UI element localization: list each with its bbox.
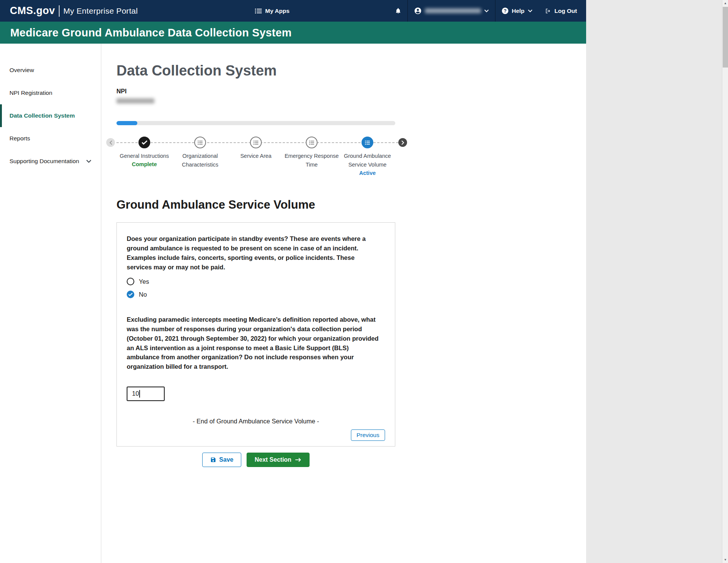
step-list-icon bbox=[306, 137, 318, 148]
form-actions: Save Next Section bbox=[116, 453, 395, 482]
list-icon bbox=[255, 8, 262, 14]
notifications-button[interactable] bbox=[389, 0, 407, 22]
responses-input-value: 10 bbox=[132, 390, 139, 397]
radio-option-yes[interactable]: Yes bbox=[127, 278, 385, 285]
npi-value-redacted bbox=[116, 98, 154, 104]
app-banner: Medicare Ground Ambulance Data Collectio… bbox=[0, 22, 586, 44]
scrollbar-up-arrow[interactable]: ▲ bbox=[722, 0, 728, 6]
step-label: Organizational Characteristics bbox=[172, 152, 228, 169]
scrollbar-thumb[interactable] bbox=[723, 7, 728, 68]
sidebar-item-label: Reports bbox=[9, 135, 30, 142]
help-label: Help bbox=[512, 8, 525, 14]
step-complete-check-icon bbox=[138, 137, 150, 148]
text-caret bbox=[139, 390, 140, 398]
window-background bbox=[586, 0, 722, 563]
radio-label: No bbox=[139, 291, 147, 298]
svg-text:?: ? bbox=[504, 8, 507, 14]
step-list-icon-active bbox=[362, 137, 373, 148]
save-button-label: Save bbox=[219, 456, 233, 463]
user-menu[interactable] bbox=[408, 0, 495, 22]
sidebar-item-label: Supporting Documentation bbox=[9, 158, 79, 165]
progress-fill bbox=[116, 121, 137, 125]
radio-unchecked-icon[interactable] bbox=[127, 278, 134, 285]
user-icon bbox=[414, 7, 422, 15]
step-label: Service Area bbox=[228, 152, 284, 160]
help-menu[interactable]: ? Help bbox=[495, 0, 539, 22]
npi-label: NPI bbox=[116, 88, 586, 95]
stepper-scroll-left-button[interactable] bbox=[106, 138, 115, 147]
sidebar: Overview NPI Registration Data Collectio… bbox=[0, 44, 101, 563]
user-name-redacted bbox=[425, 8, 481, 13]
section-title: Ground Ambulance Service Volume bbox=[116, 198, 586, 212]
sidebar-item-overview[interactable]: Overview bbox=[0, 59, 101, 82]
question-circle-icon: ? bbox=[502, 7, 509, 14]
previous-button[interactable]: Previous bbox=[351, 429, 385, 441]
sidebar-item-reports[interactable]: Reports bbox=[0, 127, 101, 150]
question-text-bold: standby events? bbox=[239, 235, 288, 242]
chevron-down-icon bbox=[86, 160, 91, 163]
sidebar-item-label: Data Collection System bbox=[9, 112, 75, 119]
next-section-button[interactable]: Next Section bbox=[247, 453, 310, 467]
step-status: Active bbox=[340, 170, 395, 176]
next-section-label: Next Section bbox=[255, 456, 291, 463]
stepper-scroll-right-button[interactable] bbox=[398, 138, 407, 147]
sidebar-item-data-collection-system[interactable]: Data Collection System bbox=[0, 104, 101, 127]
standby-events-question: Does your organization participate in st… bbox=[127, 234, 380, 272]
app-title: Medicare Ground Ambulance Data Collectio… bbox=[10, 27, 292, 39]
sidebar-item-label: Overview bbox=[9, 67, 34, 74]
vertical-scrollbar[interactable]: ▲ ▼ bbox=[722, 0, 728, 563]
page: CMS.gov My Enterprise Portal My Apps bbox=[0, 0, 586, 563]
chevron-down-icon bbox=[484, 9, 489, 13]
my-apps-button[interactable]: My Apps bbox=[255, 0, 289, 22]
save-button[interactable]: Save bbox=[202, 453, 241, 467]
logo-divider bbox=[59, 5, 60, 17]
question-text: Does your organization participate in bbox=[127, 235, 239, 242]
step-status: Complete bbox=[116, 161, 172, 167]
section-end-text: - End of Ground Ambulance Service Volume… bbox=[127, 418, 385, 425]
responses-input[interactable]: 10 bbox=[127, 387, 165, 401]
step-list-icon bbox=[250, 137, 262, 148]
logout-button[interactable]: Log Out bbox=[539, 0, 583, 22]
cms-logo[interactable]: CMS.gov My Enterprise Portal bbox=[0, 5, 138, 17]
browser-viewport: CMS.gov My Enterprise Portal My Apps bbox=[0, 0, 728, 563]
main-content: Data Collection System NPI bbox=[101, 44, 586, 563]
radio-option-no[interactable]: No bbox=[127, 291, 385, 298]
logout-icon bbox=[545, 8, 552, 14]
save-icon bbox=[210, 457, 216, 463]
step-label: Emergency Response Time bbox=[284, 152, 340, 169]
step-service-area[interactable]: Service Area bbox=[228, 137, 284, 176]
sidebar-item-supporting-documentation[interactable]: Supporting Documentation bbox=[0, 150, 101, 173]
page-title: Data Collection System bbox=[116, 63, 586, 79]
progress-bar bbox=[116, 121, 395, 125]
scrollbar-down-arrow[interactable]: ▼ bbox=[722, 557, 728, 563]
step-ground-ambulance-service-volume[interactable]: Ground Ambulance Service Volume Active bbox=[340, 137, 395, 176]
cms-logo-text: CMS.gov bbox=[10, 5, 55, 17]
chevron-down-icon bbox=[528, 9, 533, 13]
radio-checked-icon[interactable] bbox=[127, 291, 134, 298]
top-navbar: CMS.gov My Enterprise Portal My Apps bbox=[0, 0, 586, 22]
portal-name: My Enterprise Portal bbox=[63, 6, 138, 16]
arrow-right-icon bbox=[295, 457, 302, 462]
sidebar-item-label: NPI Registration bbox=[9, 90, 52, 96]
step-label: Ground Ambulance Service Volume bbox=[340, 152, 395, 169]
bell-icon bbox=[395, 7, 401, 14]
responses-question: Excluding paramedic intercepts meeting M… bbox=[127, 315, 380, 371]
step-organizational-characteristics[interactable]: Organizational Characteristics bbox=[172, 137, 228, 176]
logout-label: Log Out bbox=[555, 8, 577, 14]
stepper: General Instructions Complete Organizati… bbox=[116, 137, 395, 176]
question-text-bold: responses bbox=[184, 326, 215, 332]
my-apps-label: My Apps bbox=[265, 8, 289, 14]
step-label: General Instructions bbox=[116, 152, 172, 160]
step-emergency-response-time[interactable]: Emergency Response Time bbox=[284, 137, 340, 176]
sidebar-item-npi-registration[interactable]: NPI Registration bbox=[0, 82, 101, 104]
step-list-icon bbox=[194, 137, 206, 148]
navbar-right: ? Help Log Out bbox=[389, 0, 583, 22]
standby-events-radio-group: Yes No bbox=[127, 278, 385, 298]
question-card: Does your organization participate in st… bbox=[116, 222, 395, 447]
step-general-instructions[interactable]: General Instructions Complete bbox=[116, 137, 172, 176]
radio-label: Yes bbox=[139, 278, 149, 285]
